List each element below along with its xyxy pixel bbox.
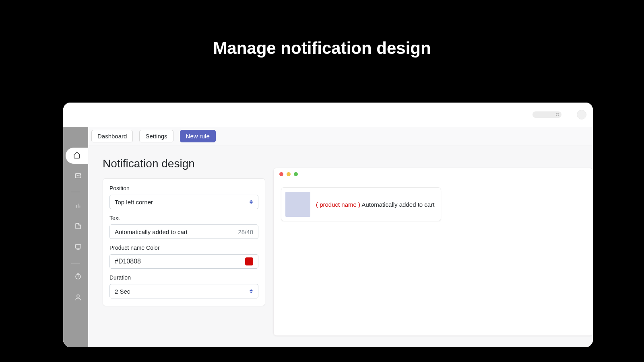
color-text-input[interactable] xyxy=(115,258,245,265)
position-value: Top left corner xyxy=(115,199,153,206)
avatar[interactable] xyxy=(577,110,586,119)
window-dot-yellow-icon xyxy=(287,172,291,176)
field-color: Product name Color xyxy=(109,245,258,269)
color-input[interactable] xyxy=(109,254,258,269)
preview-column: ( product name ) Automatically added to … xyxy=(273,157,593,347)
text-value: Automatically added to cart xyxy=(115,228,188,235)
color-swatch[interactable] xyxy=(245,257,253,265)
field-position: Position Top left corner xyxy=(109,185,258,209)
file-icon xyxy=(74,222,82,231)
user-icon xyxy=(74,294,82,302)
text-input[interactable]: Automatically added to cart 28/40 xyxy=(109,224,258,239)
sidebar-item-timer[interactable] xyxy=(68,269,88,285)
content-area: Dashboard Settings New rule Notification… xyxy=(88,127,593,347)
sidebar-item-analytics[interactable] xyxy=(68,198,88,214)
svg-point-10 xyxy=(77,295,79,297)
sidebar xyxy=(63,127,88,347)
window-dot-green-icon xyxy=(294,172,298,176)
page-title: Manage notification design xyxy=(0,39,644,58)
form-column: Notification design Position Top left co… xyxy=(103,157,265,347)
main-shell: Dashboard Settings New rule Notification… xyxy=(63,127,593,347)
select-caret-icon xyxy=(249,199,253,205)
field-text: Text Automatically added to cart 28/40 xyxy=(109,215,258,239)
app-window: Dashboard Settings New rule Notification… xyxy=(63,103,593,347)
body-row: Notification design Position Top left co… xyxy=(88,146,593,347)
browser-body: ( product name ) Automatically added to … xyxy=(274,180,592,228)
duration-value: 2 Sec xyxy=(115,288,130,295)
timer-icon xyxy=(74,273,82,282)
product-name-placeholder: ( product name ) xyxy=(316,201,360,208)
sidebar-item-mail[interactable] xyxy=(68,169,88,185)
notification-text: Automatically added to cart xyxy=(361,201,434,208)
bar-chart-icon xyxy=(74,202,82,210)
tab-new-rule[interactable]: New rule xyxy=(180,130,216,142)
form-card: Position Top left corner Text Automatica… xyxy=(103,178,265,306)
sidebar-item-user[interactable] xyxy=(68,290,88,306)
monitor-icon xyxy=(74,243,82,252)
browser-header xyxy=(274,168,592,180)
section-title: Notification design xyxy=(103,157,265,170)
sidebar-item-files[interactable] xyxy=(68,219,88,235)
position-label: Position xyxy=(109,185,258,191)
bell-icon[interactable] xyxy=(567,113,571,117)
duration-select[interactable]: 2 Sec xyxy=(109,284,258,298)
sidebar-divider xyxy=(71,192,80,192)
tab-settings[interactable]: Settings xyxy=(139,130,173,142)
tab-dashboard[interactable]: Dashboard xyxy=(91,130,133,142)
mail-icon xyxy=(74,172,82,181)
color-label: Product name Color xyxy=(109,245,258,251)
sidebar-item-home[interactable] xyxy=(66,148,88,164)
sidebar-item-display[interactable] xyxy=(68,240,88,256)
preview-browser: ( product name ) Automatically added to … xyxy=(273,168,593,336)
duration-label: Duration xyxy=(109,274,258,281)
product-thumbnail xyxy=(285,192,310,217)
field-duration: Duration 2 Sec xyxy=(109,274,258,298)
sidebar-divider-2 xyxy=(71,263,80,263)
top-bar xyxy=(63,103,593,127)
notification-preview: ( product name ) Automatically added to … xyxy=(281,187,441,221)
home-icon xyxy=(73,151,80,160)
tab-bar: Dashboard Settings New rule xyxy=(88,127,593,146)
select-caret-icon-2 xyxy=(249,288,253,294)
notification-text-line: ( product name ) Automatically added to … xyxy=(316,201,434,208)
text-label: Text xyxy=(109,215,258,221)
window-dot-red-icon xyxy=(279,172,283,176)
text-counter: 28/40 xyxy=(238,228,253,235)
position-select[interactable]: Top left corner xyxy=(109,195,258,209)
search-pill[interactable] xyxy=(533,111,561,118)
svg-rect-4 xyxy=(75,245,81,248)
